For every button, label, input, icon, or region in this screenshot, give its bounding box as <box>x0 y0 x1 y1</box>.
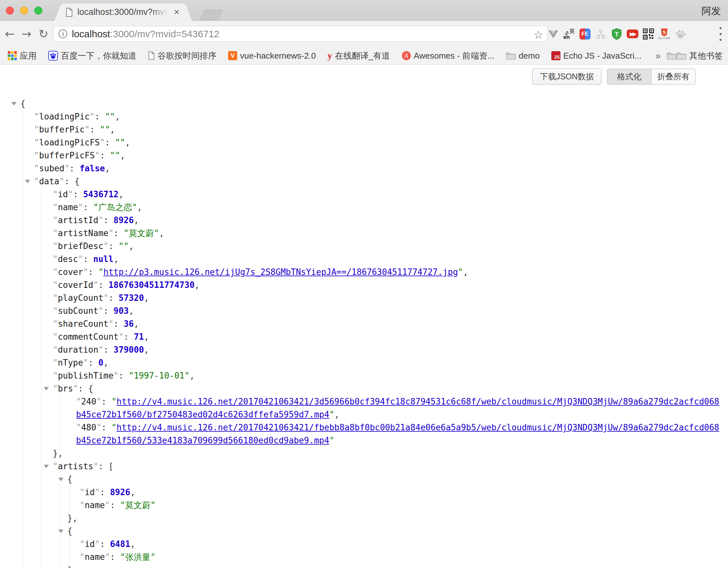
shield-icon[interactable]: T <box>611 28 623 40</box>
vue-devtools-icon[interactable] <box>547 28 559 40</box>
collapse-all-button[interactable]: 折叠所有 <box>652 69 696 84</box>
bookmark-item-4[interactable]: Vvue-hackernews-2.0 <box>228 51 316 61</box>
browser-toolbar: ← → ↻ i localhost:3000/mv?mvid=5436712 ☆… <box>0 21 728 47</box>
json-key: bufferPicFS <box>39 150 95 160</box>
bookmark-item-6[interactable]: AAwesomes - 前端资... <box>402 50 494 61</box>
reload-button[interactable]: ↻ <box>36 27 50 41</box>
json-row-commentCount: "commentCount": 71, <box>53 330 723 343</box>
browser-tab[interactable]: localhost:3000/mv?mvid=5436 × <box>63 4 183 21</box>
bookmark-item-2[interactable]: 百度一下，你就知道 <box>48 50 137 61</box>
json-value: "" <box>119 241 129 251</box>
json-value: 0 <box>98 358 104 368</box>
forward-button[interactable]: → <box>19 27 34 41</box>
bookmarks-overflow-icon[interactable]: » <box>655 50 661 61</box>
json-link[interactable]: http://p3.music.126.net/ijUg7s_2S8GMbTNs… <box>104 267 458 277</box>
json-key: bufferPic <box>39 125 85 134</box>
address-bar[interactable]: i localhost:3000/mv?mvid=5436712 ☆ <box>53 26 547 42</box>
json-key: brs <box>58 384 73 394</box>
format-button[interactable]: 格式化 <box>607 69 652 84</box>
page-icon <box>66 8 73 18</box>
chrome-menu-icon[interactable] <box>720 27 723 41</box>
collapse-arrow-icon[interactable] <box>25 180 30 183</box>
json-row-playCount: "playCount": 57320, <box>53 292 723 305</box>
tab-close-icon[interactable]: × <box>172 7 182 17</box>
site-info-icon[interactable]: i <box>59 29 67 38</box>
json-close: }, <box>67 512 723 525</box>
minimize-window-button[interactable] <box>20 6 28 15</box>
json-key: loadingPic <box>39 112 90 121</box>
json-value: "莫文蔚" <box>124 228 159 238</box>
json-key: name <box>85 552 105 562</box>
qr-code-icon[interactable] <box>643 28 654 40</box>
json-row-subCount: "subCount": 903, <box>53 305 723 318</box>
fullscreen-window-button[interactable] <box>34 6 42 15</box>
back-button[interactable]: ← <box>3 27 17 41</box>
json-row: { <box>20 97 723 110</box>
apps-grid-icon <box>8 51 17 60</box>
json-link[interactable]: http://v4.music.126.net/20170421063421/f… <box>76 423 719 445</box>
sitemap-icon[interactable] <box>595 28 607 40</box>
json-key: subed <box>39 163 64 173</box>
json-value: "广岛之恋" <box>93 202 137 212</box>
json-value: "" <box>100 125 110 134</box>
folder-icon <box>667 52 686 60</box>
json-key: publishTime <box>58 371 114 381</box>
bookmark-label: 应用 <box>20 50 37 61</box>
json-row-subed: "subed": false, <box>34 162 723 175</box>
vue-icon: V <box>228 51 237 60</box>
bookmark-item-8[interactable]: JSEcho JS - JavaScri... <box>551 51 641 61</box>
json-row-duration: "duration": 379000, <box>53 343 723 356</box>
json-key: data <box>39 176 60 186</box>
bookmark-star-icon[interactable]: ☆ <box>534 28 543 41</box>
collapse-arrow-icon[interactable] <box>58 529 63 533</box>
json-row-bufferPic: "bufferPic": "", <box>34 123 723 136</box>
fe-helper-icon[interactable]: FE <box>579 28 591 40</box>
json-row-data: "data": { <box>34 175 723 188</box>
translate-icon[interactable]: 英⇄en <box>563 28 575 40</box>
json-link[interactable]: http://v4.music.126.net/20170421063421/3… <box>76 397 719 419</box>
json-row-loadingPicFS: "loadingPicFS": "", <box>34 136 723 149</box>
json-row-artistId: "artistId": 8926, <box>53 214 723 227</box>
collapse-arrow-icon[interactable] <box>58 478 63 481</box>
collapse-arrow-icon[interactable] <box>44 465 49 468</box>
page-icon <box>148 51 155 60</box>
json-value: "" <box>115 138 125 147</box>
json-close: }, <box>53 447 723 460</box>
json-value: 379000 <box>114 345 144 355</box>
json-row-name: "name": "莫文蔚" <box>80 499 723 512</box>
json-row-name: "name": "张洪量" <box>80 551 723 563</box>
profile-name[interactable]: 阿发 <box>701 5 721 18</box>
echojs-icon: JS <box>551 51 560 60</box>
new-tab-button[interactable] <box>200 10 223 20</box>
fast-forward-icon[interactable]: ▶▶ <box>627 28 638 40</box>
json-value: 57320 <box>119 293 144 303</box>
json-row-480: "480": "http://v4.music.126.net/20170421… <box>76 421 723 447</box>
close-window-button[interactable] <box>6 6 14 15</box>
bookmark-label: 谷歌按时间排序 <box>158 50 216 61</box>
json-row-artistName: "artistName": "莫文蔚", <box>53 227 723 239</box>
youdao-icon: y <box>327 50 332 61</box>
collapse-arrow-icon[interactable] <box>44 387 49 391</box>
json-key: subCount <box>58 306 98 316</box>
bookmark-item-7[interactable]: demo <box>506 51 540 61</box>
bookmark-item-3[interactable]: 谷歌按时间排序 <box>148 50 216 61</box>
paw-icon[interactable] <box>674 28 686 40</box>
collapse-arrow-icon[interactable] <box>11 102 17 106</box>
json-row-coverId: "coverId": 18676304511774730, <box>53 278 723 292</box>
download-json-button[interactable]: 下载JSON数据 <box>532 69 601 84</box>
other-bookmarks-folder[interactable]: 其他书签 <box>667 50 723 61</box>
json-value: "1997-10-01" <box>129 371 190 381</box>
html5-player-icon[interactable]: 5PLAYER <box>658 28 670 40</box>
json-key: duration <box>58 345 98 355</box>
json-row-desc: "desc": null, <box>53 252 723 265</box>
svg-text:T: T <box>615 31 619 38</box>
bookmark-item-5[interactable]: y在线翻译_有道 <box>327 50 390 61</box>
json-key: artistName <box>58 228 109 238</box>
json-row-publishTime: "publishTime": "1997-10-01", <box>53 369 723 382</box>
folder-icon <box>506 52 516 60</box>
json-tree: {"loadingPic": "","bufferPic": "","loadi… <box>0 65 728 568</box>
json-key: briefDesc <box>58 241 104 251</box>
json-key: id <box>85 487 95 497</box>
bookmark-item-1[interactable]: 应用 <box>8 50 37 61</box>
bookmark-label: vue-hackernews-2.0 <box>240 51 316 61</box>
